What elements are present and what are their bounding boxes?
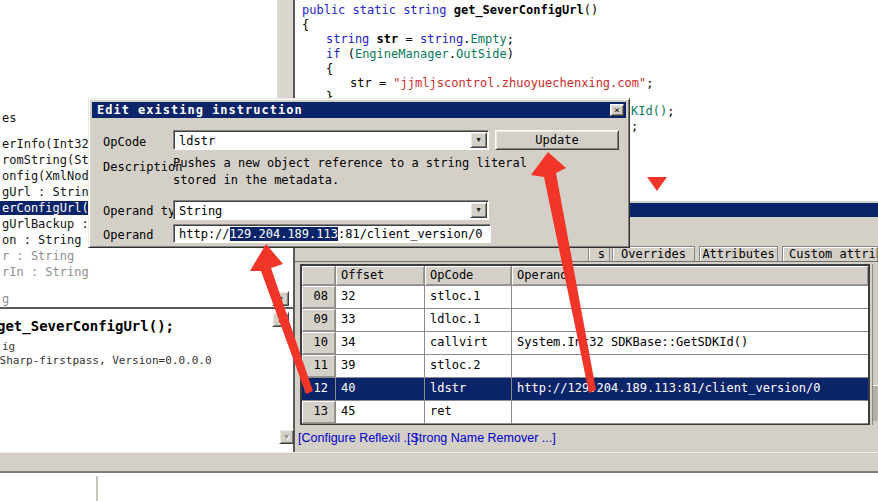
row-header[interactable]: 13	[302, 401, 336, 423]
operand-type-combobox[interactable]: String ▼	[173, 200, 489, 220]
list-item[interactable]: gUrl : String	[2, 185, 96, 199]
cell-offset[interactable]: 45	[336, 401, 425, 423]
scroll-up-button[interactable]: ▲	[272, 312, 289, 327]
table-scrollbar-thumb[interactable]	[873, 385, 878, 421]
strong-name-remover-link[interactable]: [Strong Name Remover ...]	[407, 431, 556, 445]
cell-operand[interactable]	[512, 355, 868, 377]
cell-opcode[interactable]: stloc.2	[425, 355, 512, 377]
cell-offset[interactable]: 34	[336, 332, 425, 354]
cell-operand[interactable]	[512, 309, 868, 331]
column-header-offset[interactable]: Offset	[336, 266, 425, 285]
code-text: .	[449, 47, 456, 61]
tab-label: Custom attribute	[789, 247, 878, 261]
member-list-scrollbar-track[interactable]	[277, 0, 293, 98]
code-member: OutSide	[456, 47, 507, 61]
bottom-band	[0, 452, 878, 471]
current-row-marker-icon: ▷	[305, 378, 311, 399]
instruction-table: Offset OpCode Operand 08 32 stloc.1 09 3…	[300, 264, 870, 425]
cell-opcode[interactable]: ret	[425, 401, 512, 423]
dropdown-arrow-icon: ▼	[476, 206, 480, 214]
code-text: {	[302, 18, 309, 32]
cell-opcode[interactable]: callvirt	[425, 332, 512, 354]
cell-opcode[interactable]: stloc.1	[425, 286, 512, 308]
cell-offset[interactable]: 32	[336, 286, 425, 308]
row-header[interactable]: 08	[302, 286, 336, 308]
code-method-name: get_SeverConfigUrl	[454, 3, 584, 17]
table-row[interactable]: 13 45 ret	[302, 401, 868, 424]
configure-reflexil-link[interactable]: [Configure Reflexil ...]	[298, 431, 418, 445]
code-text: str =	[350, 76, 393, 90]
table-row[interactable]: 09 33 ldloc.1	[302, 309, 868, 332]
table-row[interactable]: 10 34 callvirt System.Int32 SDKBase::Get…	[302, 332, 868, 355]
table-scrollbar[interactable]	[872, 264, 878, 425]
code-keyword: string	[326, 32, 377, 46]
tab-attributes[interactable]: Attributes	[699, 246, 778, 262]
code-text: {	[326, 62, 333, 76]
list-item[interactable]: es	[2, 111, 16, 125]
dropdown-arrow-icon: ▼	[284, 433, 288, 441]
dialog-title: Edit existing instruction	[97, 102, 303, 118]
code-text: ;	[631, 119, 638, 133]
bottom-band-border	[0, 471, 878, 473]
tab-label: s	[598, 247, 605, 261]
opcode-combobox[interactable]: ldstr ▼	[173, 130, 489, 150]
cell-offset[interactable]: 33	[336, 309, 425, 331]
row-header	[302, 266, 336, 285]
code-text: (	[340, 47, 354, 61]
code-text: )	[507, 47, 514, 61]
dropdown-button-disabled[interactable]: ▼	[279, 429, 294, 444]
scroll-down-icon: ▼	[278, 295, 282, 303]
operand-prefix: http://	[179, 227, 230, 241]
dialog-title-bar[interactable]: Edit existing instruction ×	[92, 102, 626, 118]
cell-opcode[interactable]: ldloc.1	[425, 309, 512, 331]
cell-opcode[interactable]: ldstr	[425, 378, 512, 400]
table-row[interactable]: 08 32 stloc.1	[302, 286, 868, 309]
close-icon: ×	[614, 105, 619, 115]
tab-overrides[interactable]: Overrides	[612, 246, 695, 262]
column-header-operand[interactable]: Operand	[512, 266, 868, 285]
code-line: {	[326, 62, 333, 76]
list-item[interactable]: on : String	[2, 233, 81, 247]
code-string-literal: "jjmljscontrol.zhuoyuechenxing.com"	[393, 76, 646, 90]
code-text: .	[463, 32, 470, 46]
tab-custom-attributes[interactable]: Custom attribute	[782, 246, 878, 262]
column-header-opcode[interactable]: OpCode	[425, 266, 512, 285]
code-type: EngineManager	[355, 47, 449, 61]
cell-operand[interactable]	[512, 286, 868, 308]
operand-value: http://129.204.189.113:81/client_version…	[179, 226, 482, 242]
edit-instruction-dialog: Edit existing instruction × OpCode ldstr…	[88, 98, 630, 248]
close-button[interactable]: ×	[610, 104, 624, 116]
row-header[interactable]: 09	[302, 309, 336, 331]
code-keyword: if	[326, 47, 340, 61]
operand-input[interactable]: http://129.204.189.113:81/client_version…	[173, 224, 491, 243]
code-text: ;	[507, 32, 514, 46]
description-text-line1: Pushes a new object reference to a strin…	[173, 156, 527, 171]
list-item[interactable]: g	[2, 292, 9, 306]
list-item[interactable]: rIn : String	[2, 265, 89, 279]
table-row[interactable]: 11 39 stloc.2	[302, 355, 868, 378]
code-line: public static string get_SeverConfigUrl(…	[302, 3, 598, 17]
code-line: {	[302, 18, 309, 32]
code-line: str = "jjmljscontrol.zhuoyuechenxing.com…	[350, 76, 653, 90]
row-header[interactable]: ▷12	[302, 378, 336, 400]
update-button[interactable]: Update	[495, 130, 619, 150]
code-line: if (EngineManager.OutSide)	[326, 47, 514, 61]
opcode-dropdown-button[interactable]: ▼	[470, 132, 487, 148]
scroll-down-button[interactable]: ▼	[272, 291, 289, 306]
cell-offset[interactable]: 39	[336, 355, 425, 377]
code-keyword: public static string	[302, 3, 454, 17]
row-header[interactable]: 10	[302, 332, 336, 354]
operand-selected-text: 129.204.189.113	[230, 227, 338, 241]
cell-operand[interactable]: System.Int32 SDKBase::GetSDKId()	[512, 332, 868, 354]
tab-label: Overrides	[621, 247, 686, 261]
operand-type-dropdown-button[interactable]: ▼	[470, 202, 487, 218]
row-header[interactable]: 11	[302, 355, 336, 377]
cell-operand[interactable]: http://129.204.189.113:81/client_version…	[512, 378, 868, 400]
cell-operand[interactable]	[512, 401, 868, 423]
tab-label: Attributes	[702, 247, 774, 261]
code-line: string str = string.Empty;	[326, 32, 514, 46]
list-item[interactable]: r : String	[2, 249, 74, 263]
tab-clipped[interactable]: s	[588, 246, 610, 262]
table-row-selected[interactable]: ▷12 40 ldstr http://129.204.189.113:81/c…	[302, 378, 868, 401]
cell-offset[interactable]: 40	[336, 378, 425, 400]
